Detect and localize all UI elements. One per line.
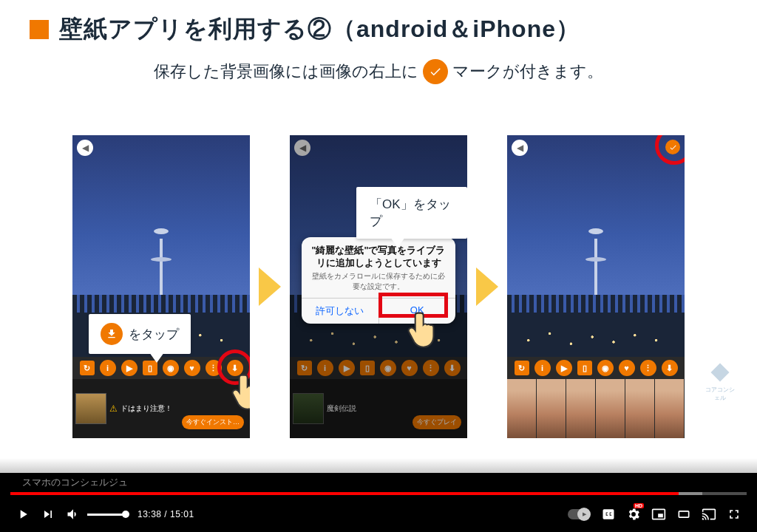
dialog-title: "綺麗な壁紙"で写真をライブラリに追加しようとしています [302, 237, 455, 271]
theater-button[interactable] [671, 502, 696, 527]
play-icon: ▶ [556, 360, 572, 376]
phone-step-2: ◀ ↻ i ▶ ▯ ◉ ♥ ⋮ ⬇ 魔剣伝説 今すぐプレイ "綺麗な壁紙"で [290, 135, 467, 438]
volume-button[interactable] [61, 502, 86, 527]
slide-subtitle: 保存した背景画像には画像の右上に マークが付きます。 [30, 59, 727, 84]
phone-step-3: ◀ ↻ i ▶ ▯ ◉ ♥ ⋮ ⬇ [507, 135, 685, 438]
eye-icon: ◉ [163, 360, 179, 376]
video-slide-content: 壁紙アプリを利用する②（android＆iPhone） 保存した背景画像には画像… [0, 0, 757, 473]
progress-played [10, 492, 679, 495]
arrow-right-icon [476, 267, 498, 306]
ad-warning: ⚠ ドはまり注意！ [109, 403, 172, 414]
callout-tap-ok: 「OK」をタップ [356, 187, 467, 239]
ad-cta-1: 今すぐインスト… [182, 415, 244, 429]
channel-name: スマホのコンシェルジュ [22, 476, 128, 489]
callout-tap-download: をタップ [89, 314, 191, 354]
play-button[interactable] [10, 502, 35, 527]
refresh-icon: ↻ [80, 361, 95, 375]
hd-badge: HD [634, 503, 644, 508]
note-icon: ▯ [143, 361, 157, 375]
miniplayer-button[interactable] [646, 502, 671, 527]
phone-step-1: ◀ ↻ i ▶ ▯ ◉ ♥ ⋮ ⬇ ⚠ ドはまり注意！ 今すぐインスト… [72, 135, 250, 438]
player-controls: 13:38 / 15:01 HD [0, 497, 757, 532]
app-toolbar: ↻ i ▶ ▯ ◉ ♥ ⋮ ⬇ [507, 357, 685, 379]
fullscreen-button[interactable] [722, 502, 747, 527]
back-icon: ◀ [77, 140, 93, 156]
heart-icon: ♥ [619, 360, 635, 376]
ad-thumb-icon [75, 393, 106, 424]
eye-icon: ◉ [597, 360, 614, 376]
arrow-right-icon [259, 267, 281, 306]
autoplay-toggle[interactable] [568, 509, 590, 519]
dialog-deny-button: 許可しない [302, 299, 378, 324]
time-display: 13:38 / 15:01 [138, 509, 194, 519]
cast-button[interactable] [696, 502, 722, 527]
slide-title: 壁紙アプリを利用する②（android＆iPhone） [59, 13, 580, 46]
next-button[interactable] [35, 502, 61, 527]
check-icon [423, 59, 448, 84]
subtitle-text-before: 保存した背景画像には画像の右上に [154, 61, 418, 83]
heart-icon: ♥ [184, 360, 200, 376]
progress-bar[interactable] [10, 492, 747, 495]
info-icon: i [100, 360, 116, 376]
captions-button[interactable] [596, 502, 621, 527]
ad-faces-row [507, 379, 685, 438]
settings-button[interactable]: HD [621, 502, 646, 527]
refresh-icon: ↻ [515, 361, 529, 375]
download-circle-icon [101, 323, 123, 345]
ad-banner-1: ⚠ ドはまり注意！ 今すぐインスト… [72, 379, 250, 438]
share-icon: ⋮ [640, 360, 656, 376]
hand-pointer-icon [407, 310, 439, 351]
volume-slider[interactable] [87, 514, 126, 516]
note-icon: ▯ [577, 361, 592, 375]
play-icon: ▶ [121, 360, 138, 376]
info-icon: i [534, 360, 551, 376]
hand-pointer-icon [231, 372, 250, 413]
subtitle-text-after: マークが付きます。 [452, 61, 603, 83]
download-icon: ⬇ [662, 360, 678, 376]
phones-row: ◀ ↻ i ▶ ▯ ◉ ♥ ⋮ ⬇ ⚠ ドはまり注意！ 今すぐインスト… [30, 100, 727, 473]
watermark-logo: コアコンシェル [704, 359, 736, 402]
slide-bullet-icon [30, 20, 49, 39]
warning-icon: ⚠ [109, 403, 118, 414]
back-icon: ◀ [512, 140, 528, 156]
